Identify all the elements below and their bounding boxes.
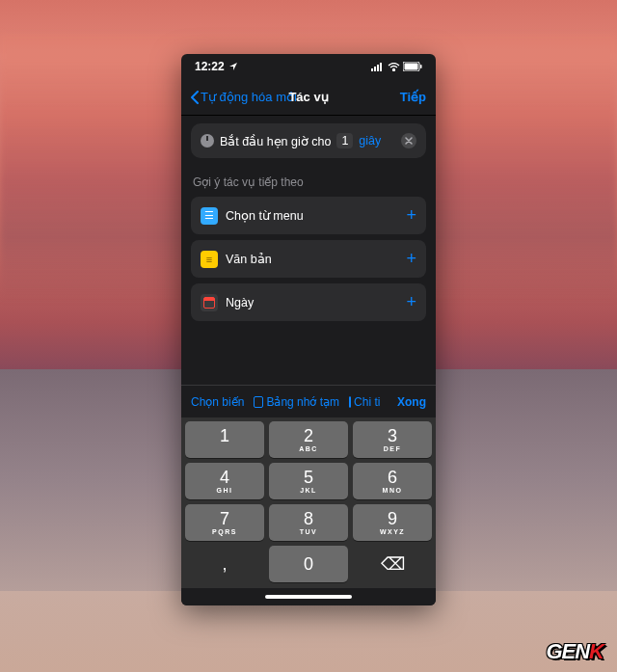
svg-rect-1 bbox=[374, 67, 376, 71]
signal-icon bbox=[371, 63, 385, 71]
page-title: Tác vụ bbox=[288, 90, 328, 104]
svg-rect-2 bbox=[377, 65, 379, 71]
wifi-icon bbox=[388, 63, 400, 71]
key-6[interactable]: 6MNO bbox=[353, 463, 432, 499]
clipboard-icon bbox=[254, 396, 263, 408]
suggestion-label: Chọn từ menu bbox=[226, 208, 304, 223]
text-icon: ≡ bbox=[201, 251, 218, 268]
calendar-icon bbox=[201, 294, 218, 311]
unit-selector[interactable]: giây bbox=[359, 134, 381, 148]
duration-input[interactable]: 1 bbox=[336, 133, 353, 148]
key-5[interactable]: 5JKL bbox=[269, 463, 348, 499]
status-time: 12:22 bbox=[195, 60, 225, 73]
phone-frame: 12:22 Tự động hóa mới Tác vụ Tiếp Bắt đầ… bbox=[181, 54, 436, 605]
key-8[interactable]: 8TUV bbox=[269, 504, 348, 541]
add-button[interactable]: + bbox=[406, 249, 416, 269]
clipboard-button[interactable]: Bảng nhớ tạm bbox=[254, 395, 339, 409]
status-bar: 12:22 bbox=[181, 54, 436, 79]
key-4[interactable]: 4GHI bbox=[185, 463, 264, 499]
add-button[interactable]: + bbox=[406, 292, 416, 312]
suggestion-date[interactable]: Ngày + bbox=[191, 283, 426, 321]
suggestion-label: Ngày bbox=[226, 296, 254, 309]
details-icon bbox=[349, 396, 351, 408]
svg-rect-6 bbox=[420, 65, 422, 68]
location-icon bbox=[228, 62, 238, 71]
chevron-left-icon bbox=[191, 91, 199, 104]
navigation-bar: Tự động hóa mới Tác vụ Tiếp bbox=[181, 79, 436, 116]
numeric-keypad: 1 2ABC 3DEF 4GHI 5JKL 6MNO 7PQRS 8TUV 9W… bbox=[181, 417, 436, 588]
key-3[interactable]: 3DEF bbox=[353, 421, 432, 458]
back-button[interactable]: Tự động hóa mới bbox=[191, 90, 297, 104]
action-label: Bắt đầu hẹn giờ cho bbox=[220, 134, 331, 148]
key-0[interactable]: 0 bbox=[269, 546, 348, 582]
suggestion-text[interactable]: ≡ Văn bản + bbox=[191, 240, 426, 278]
key-7[interactable]: 7PQRS bbox=[185, 504, 264, 541]
close-icon bbox=[405, 137, 413, 145]
add-button[interactable]: + bbox=[406, 205, 416, 226]
suggestion-label: Văn bản bbox=[226, 252, 272, 266]
key-comma[interactable]: , bbox=[185, 546, 264, 582]
keyboard-toolbar: Chọn biến Bảng nhớ tạm Chi tiế Xong bbox=[181, 385, 436, 417]
menu-icon: ☰ bbox=[201, 207, 218, 225]
svg-rect-3 bbox=[380, 63, 382, 71]
timer-action-block[interactable]: Bắt đầu hẹn giờ cho 1 giây bbox=[191, 123, 426, 158]
suggestions-header: Gợi ý tác vụ tiếp theo bbox=[193, 175, 424, 189]
keyboard-area: Chọn biến Bảng nhớ tạm Chi tiế Xong 1 2A… bbox=[181, 385, 436, 605]
key-9[interactable]: 9WXYZ bbox=[353, 504, 432, 541]
watermark-logo: GENK bbox=[546, 639, 604, 664]
home-indicator-area bbox=[181, 588, 436, 605]
details-button[interactable]: Chi tiế bbox=[349, 395, 380, 409]
home-indicator[interactable] bbox=[265, 595, 352, 599]
variable-button[interactable]: Chọn biến bbox=[191, 395, 244, 409]
battery-icon bbox=[403, 62, 422, 71]
back-label: Tự động hóa mới bbox=[201, 90, 297, 104]
timer-icon bbox=[201, 134, 214, 148]
key-delete[interactable]: ⌫ bbox=[353, 546, 432, 582]
svg-rect-0 bbox=[371, 68, 373, 71]
content-area: Bắt đầu hẹn giờ cho 1 giây Gợi ý tác vụ … bbox=[181, 116, 436, 385]
key-2[interactable]: 2ABC bbox=[269, 421, 348, 458]
next-button[interactable]: Tiếp bbox=[400, 90, 426, 104]
suggestion-menu[interactable]: ☰ Chọn từ menu + bbox=[191, 197, 426, 234]
svg-rect-5 bbox=[405, 64, 418, 70]
done-button[interactable]: Xong bbox=[397, 395, 426, 409]
key-1[interactable]: 1 bbox=[185, 421, 264, 458]
backspace-icon: ⌫ bbox=[381, 553, 405, 575]
clear-button[interactable] bbox=[401, 133, 416, 148]
